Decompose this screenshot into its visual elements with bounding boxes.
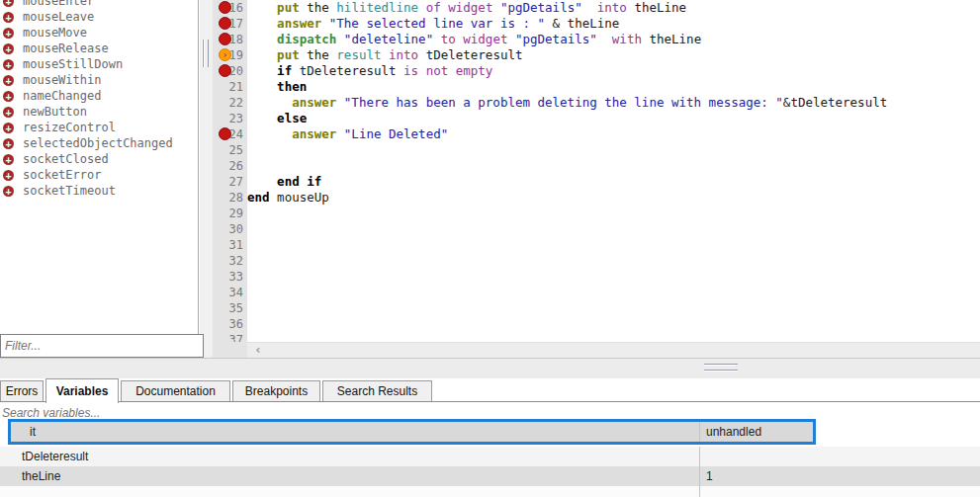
editor-workspace: +mouseEnter+mouseLeave+mouseMove+mouseRe… [0,0,980,358]
code-line: answer "The selected line var is : " & t… [247,16,980,32]
handler-label: mouseWithin [23,72,101,88]
handler-item[interactable]: +socketClosed [0,151,198,167]
tab-breakpoints[interactable]: Breakpoints [232,380,320,402]
plus-icon: + [3,170,14,181]
code-editor[interactable]: 16171819›2021222324252627282930313233343… [213,0,980,358]
code-line: end mouseUp [247,190,980,206]
line-number[interactable]: 21 [213,79,247,95]
line-number[interactable]: 30 [213,221,247,237]
code-line [247,285,980,300]
handler-item[interactable]: +mouseRelease [0,41,198,56]
plus-icon: + [3,28,14,39]
line-number[interactable]: 25 [213,142,247,158]
breakpoint-icon[interactable] [219,127,231,140]
plus-icon: + [3,123,14,133]
code-line: then [247,79,980,95]
line-number[interactable]: 28 [213,190,247,206]
panel-splitter[interactable] [0,358,980,378]
handler-label: mouseLeave [23,9,94,25]
line-number[interactable]: 26 [213,158,247,174]
handler-item[interactable]: +mouseMove [0,25,198,41]
code-line: dispatch "deleteline" to widget "pgDetai… [247,32,980,47]
line-number[interactable]: 23 [213,111,247,126]
handler-item[interactable]: +socketTimeout [0,183,198,199]
handler-item[interactable]: +selectedObjectChanged [0,135,198,151]
line-number[interactable]: 34 [213,285,247,300]
table-tail [0,486,980,497]
line-number[interactable]: 27 [213,174,247,190]
line-number[interactable]: 33 [213,269,247,285]
variable-name: it [11,422,699,442]
gutter-corner [213,342,247,358]
scroll-left-icon[interactable]: ‹ [251,343,265,358]
handler-item[interactable]: +mouseLeave [0,9,198,25]
handler-label: newButton [23,104,87,120]
code-line [247,158,980,174]
code-line [247,253,980,269]
handler-label: mouseStillDown [23,56,123,72]
handler-label: mouseEnter [23,0,94,9]
line-number[interactable]: 19› [213,47,247,63]
line-number[interactable]: 32 [213,253,247,269]
horizontal-scrollbar[interactable]: ‹ [247,342,980,358]
tab-documentation[interactable]: Documentation [121,380,230,402]
current-line-icon[interactable]: › [219,48,231,61]
handler-item[interactable]: +resizeControl [0,120,198,135]
handler-item[interactable]: +newButton [0,104,198,120]
variable-row[interactable]: theLine1 [0,466,980,486]
line-number[interactable]: 37 [213,332,247,342]
line-number[interactable]: 16 [213,0,247,16]
plus-icon: + [3,107,14,118]
handler-label: mouseMove [23,25,87,41]
line-number[interactable]: 22 [213,95,247,111]
line-number[interactable]: 35 [213,300,247,316]
breakpoint-icon[interactable] [219,64,231,77]
tab-errors[interactable]: Errors [0,380,44,402]
code-line [247,332,980,342]
line-number[interactable]: 24 [213,126,247,142]
line-number[interactable]: 20 [213,63,247,79]
sidebar-splitter[interactable] [200,0,213,358]
variable-row-selected[interactable]: itunhandled [8,419,816,445]
variable-row[interactable]: tDeleteresult [0,447,980,466]
plus-icon: + [3,154,14,165]
splitter-grip-icon [203,40,209,67]
handler-label: resizeControl [23,120,116,135]
breakpoint-icon[interactable] [219,17,231,30]
line-number[interactable]: 17 [213,16,247,32]
handler-list: +mouseEnter+mouseLeave+mouseMove+mouseRe… [0,0,198,199]
breakpoint-icon[interactable] [219,1,231,14]
tab-variables[interactable]: Variables [45,378,119,403]
line-number[interactable]: 18 [213,32,247,47]
handler-item[interactable]: +nameChanged [0,88,198,104]
code-line [247,316,980,332]
panel-tabbar: ErrorsVariablesDocumentationBreakpointsS… [0,378,980,402]
code-line [247,142,980,158]
breakpoint-gutter[interactable]: 16171819›2021222324252627282930313233343… [213,0,247,342]
handler-item[interactable]: +mouseWithin [0,72,198,88]
tabbar-underline [0,401,980,402]
line-number[interactable]: 31 [213,237,247,253]
column-divider [699,486,700,497]
handler-label: mouseRelease [23,41,109,56]
handler-item[interactable]: +mouseStillDown [0,56,198,72]
plus-icon: + [3,0,14,7]
filter-input[interactable] [1,335,203,357]
handler-filter [0,334,204,358]
panel-splitter-grip-icon [704,364,738,371]
code-line: answer "There has been a problem deletin… [247,95,980,111]
line-number[interactable]: 29 [213,206,247,221]
line-number[interactable]: 36 [213,316,247,332]
handler-label: nameChanged [23,88,101,104]
variable-name: tDeleteresult [0,447,699,466]
handler-item[interactable]: +mouseEnter [0,0,198,9]
code-line [247,300,980,316]
variables-search [0,403,980,420]
plus-icon: + [3,59,14,70]
breakpoint-icon[interactable] [219,33,231,45]
plus-icon: + [3,138,14,149]
tab-search-results[interactable]: Search Results [322,380,432,402]
handler-item[interactable]: +socketError [0,167,198,183]
code-area[interactable]: put the hilitedline of widget "pgDetails… [247,0,980,342]
variable-value: unhandled [699,422,813,442]
